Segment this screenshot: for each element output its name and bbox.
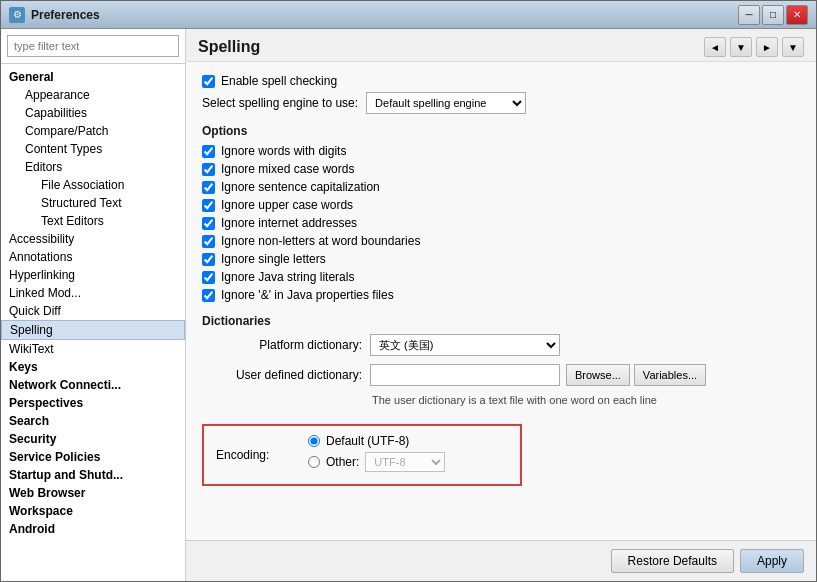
dictionaries-title: Dictionaries: [202, 314, 800, 328]
tree-item-contenttypes[interactable]: Content Types: [1, 140, 185, 158]
tree-item-linkedmod[interactable]: Linked Mod...: [1, 284, 185, 302]
apply-button[interactable]: Apply: [740, 549, 804, 573]
tree-item-networkconnection[interactable]: Network Connecti...: [1, 376, 185, 394]
platform-dict-row: Platform dictionary: 英文 (美国): [202, 334, 800, 356]
checkbox-ignore_digits[interactable]: [202, 145, 215, 158]
label-ignore_internet: Ignore internet addresses: [221, 216, 357, 230]
platform-dict-select[interactable]: 英文 (美国): [370, 334, 560, 356]
engine-select[interactable]: Default spelling engine: [366, 92, 526, 114]
enable-spell-checking-checkbox[interactable]: [202, 75, 215, 88]
tree-item-annotations[interactable]: Annotations: [1, 248, 185, 266]
tree-item-android[interactable]: Android: [1, 520, 185, 538]
tree-item-structuredtext[interactable]: Structured Text: [1, 194, 185, 212]
encoding-options: Default (UTF-8) Other: UTF-8: [308, 434, 445, 476]
panel-title: Spelling: [198, 38, 260, 56]
tree-item-webbrowser[interactable]: Web Browser: [1, 484, 185, 502]
dictionaries-section: Dictionaries Platform dictionary: 英文 (美国…: [202, 314, 800, 406]
browse-button[interactable]: Browse...: [566, 364, 630, 386]
nav-dropdown-button[interactable]: ▼: [730, 37, 752, 57]
tree-item-quickdiff[interactable]: Quick Diff: [1, 302, 185, 320]
encoding-default-row: Default (UTF-8): [308, 434, 445, 448]
search-box: [1, 29, 185, 64]
encoding-other-radio[interactable]: [308, 456, 320, 468]
encoding-other-label: Other:: [326, 455, 359, 469]
checkbox-ignore_mixed[interactable]: [202, 163, 215, 176]
checkbox-row-ignore_upper: Ignore upper case words: [202, 198, 800, 212]
checkbox-ignore_amp[interactable]: [202, 289, 215, 302]
engine-label: Select spelling engine to use:: [202, 96, 358, 110]
user-dict-row: User defined dictionary: Browse... Varia…: [202, 364, 800, 386]
window-title: Preferences: [31, 8, 738, 22]
encoding-outer: Encoding: Default (UTF-8) Other:: [202, 416, 800, 494]
minimize-button[interactable]: ─: [738, 5, 760, 25]
checkbox-ignore_sentence[interactable]: [202, 181, 215, 194]
tree-item-appearance[interactable]: Appearance: [1, 86, 185, 104]
checkbox-row-ignore_amp: Ignore '&' in Java properties files: [202, 288, 800, 302]
tree-item-comparepatch[interactable]: Compare/Patch: [1, 122, 185, 140]
tree-item-capabilities[interactable]: Capabilities: [1, 104, 185, 122]
tree-item-startupshutd[interactable]: Startup and Shutd...: [1, 466, 185, 484]
checkbox-row-ignore_java: Ignore Java string literals: [202, 270, 800, 284]
tree-item-accessibility[interactable]: Accessibility: [1, 230, 185, 248]
platform-dict-label: Platform dictionary:: [202, 338, 362, 352]
tree-item-texteditors[interactable]: Text Editors: [1, 212, 185, 230]
tree-item-wikitext[interactable]: WikiText: [1, 340, 185, 358]
checkbox-ignore_nonletters[interactable]: [202, 235, 215, 248]
nav-back-button[interactable]: ◄: [704, 37, 726, 57]
variables-button[interactable]: Variables...: [634, 364, 706, 386]
label-ignore_upper: Ignore upper case words: [221, 198, 353, 212]
tree-item-search[interactable]: Search: [1, 412, 185, 430]
tree-item-perspectives[interactable]: Perspectives: [1, 394, 185, 412]
dict-hint: The user dictionary is a text file with …: [372, 394, 800, 406]
nav-forward-dropdown-button[interactable]: ▼: [782, 37, 804, 57]
checkbox-ignore_internet[interactable]: [202, 217, 215, 230]
checkbox-row-ignore_mixed: Ignore mixed case words: [202, 162, 800, 176]
close-button[interactable]: ✕: [786, 5, 808, 25]
user-dict-input[interactable]: [370, 364, 560, 386]
encoding-default-radio[interactable]: [308, 435, 320, 447]
checkbox-row-ignore_nonletters: Ignore non-letters at word boundaries: [202, 234, 800, 248]
panel-header: Spelling ◄ ▼ ► ▼: [186, 29, 816, 62]
window-controls: ─ □ ✕: [738, 5, 808, 25]
checkbox-ignore_upper[interactable]: [202, 199, 215, 212]
label-ignore_nonletters: Ignore non-letters at word boundaries: [221, 234, 420, 248]
title-bar: ⚙ Preferences ─ □ ✕: [1, 1, 816, 29]
checkbox-ignore_java[interactable]: [202, 271, 215, 284]
dict-buttons: Browse... Variables...: [566, 364, 706, 386]
sidebar: GeneralAppearanceCapabilitiesCompare/Pat…: [1, 29, 186, 581]
tree-item-workspace[interactable]: Workspace: [1, 502, 185, 520]
window-icon: ⚙: [9, 7, 25, 23]
tree-item-hyperlinking[interactable]: Hyperlinking: [1, 266, 185, 284]
tree-item-editors[interactable]: Editors: [1, 158, 185, 176]
nav-forward-button[interactable]: ►: [756, 37, 778, 57]
encoding-default-label: Default (UTF-8): [326, 434, 409, 448]
checkboxes-container: Ignore words with digitsIgnore mixed cas…: [202, 144, 800, 302]
maximize-button[interactable]: □: [762, 5, 784, 25]
enable-spell-checking-row: Enable spell checking: [202, 74, 800, 88]
restore-defaults-button[interactable]: Restore Defaults: [611, 549, 734, 573]
bottom-buttons: Restore Defaults Apply: [186, 540, 816, 581]
label-ignore_single: Ignore single letters: [221, 252, 326, 266]
tree-item-security[interactable]: Security: [1, 430, 185, 448]
checkbox-row-ignore_digits: Ignore words with digits: [202, 144, 800, 158]
encoding-other-select[interactable]: UTF-8: [365, 452, 445, 472]
tree-item-general[interactable]: General: [1, 68, 185, 86]
tree-item-keys[interactable]: Keys: [1, 358, 185, 376]
encoding-row: Encoding: Default (UTF-8) Other:: [216, 434, 508, 476]
tree-item-servicepolicies[interactable]: Service Policies: [1, 448, 185, 466]
enable-spell-checking-label: Enable spell checking: [221, 74, 337, 88]
tree-item-spelling[interactable]: Spelling: [1, 320, 185, 340]
tree-item-fileassociation[interactable]: File Association: [1, 176, 185, 194]
search-input[interactable]: [7, 35, 179, 57]
user-dict-label: User defined dictionary:: [202, 368, 362, 382]
checkbox-row-ignore_internet: Ignore internet addresses: [202, 216, 800, 230]
panel-body: Enable spell checking Select spelling en…: [186, 62, 816, 540]
label-ignore_mixed: Ignore mixed case words: [221, 162, 354, 176]
preferences-window: ⚙ Preferences ─ □ ✕ GeneralAppearanceCap…: [0, 0, 817, 582]
panel-nav: ◄ ▼ ► ▼: [704, 37, 804, 57]
options-title: Options: [202, 124, 800, 138]
label-ignore_amp: Ignore '&' in Java properties files: [221, 288, 394, 302]
checkbox-row-ignore_sentence: Ignore sentence capitalization: [202, 180, 800, 194]
checkbox-ignore_single[interactable]: [202, 253, 215, 266]
label-ignore_digits: Ignore words with digits: [221, 144, 346, 158]
